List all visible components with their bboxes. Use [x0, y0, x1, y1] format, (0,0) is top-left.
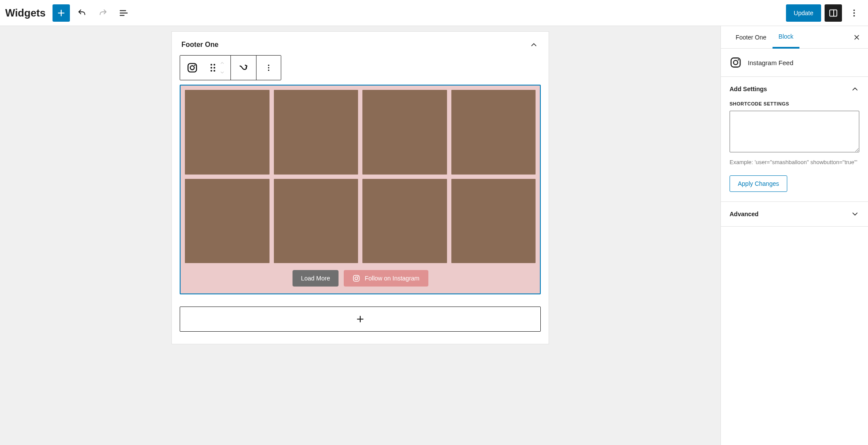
add-block-button[interactable] — [53, 4, 70, 22]
apply-changes-button[interactable]: Apply Changes — [730, 175, 787, 192]
options-button[interactable] — [845, 4, 863, 22]
chevron-down-icon — [220, 70, 225, 75]
settings-sidebar: Footer One Block Instagram Feed Add Sett… — [720, 26, 868, 445]
chevron-up-icon — [851, 85, 859, 93]
add-block-appender[interactable] — [180, 307, 541, 332]
block-options-button[interactable] — [256, 56, 281, 80]
block-name-label: Instagram Feed — [748, 59, 793, 66]
close-icon — [853, 33, 861, 41]
redo-icon — [98, 8, 108, 18]
instagram-icon — [187, 62, 198, 73]
close-sidebar-button[interactable] — [849, 30, 865, 45]
follow-button[interactable]: Follow on Instagram — [344, 270, 428, 287]
more-vertical-icon — [849, 8, 859, 18]
chevron-up-icon — [220, 60, 225, 66]
panel-add-settings-toggle[interactable]: Add Settings — [721, 77, 868, 101]
move-curve-icon — [238, 63, 249, 73]
shortcode-example-hint: Example: 'user="smashballoon" showbutton… — [730, 158, 859, 167]
chevron-up-icon — [529, 40, 538, 49]
feed-image[interactable] — [274, 90, 358, 175]
settings-panel-toggle[interactable] — [825, 4, 842, 22]
feed-image[interactable] — [451, 179, 536, 264]
update-button[interactable]: Update — [786, 4, 821, 22]
shortcode-settings-label: SHORTCODE SETTINGS — [730, 101, 859, 106]
redo-button[interactable] — [94, 4, 112, 22]
more-vertical-icon — [264, 63, 273, 72]
move-to-area-button[interactable] — [231, 56, 256, 80]
plus-icon — [355, 314, 365, 324]
tab-block[interactable]: Block — [773, 26, 799, 49]
feed-image[interactable] — [362, 179, 447, 264]
undo-icon — [77, 8, 87, 18]
feed-image[interactable] — [185, 179, 270, 264]
drag-handle-icon — [210, 64, 215, 72]
block-toolbar — [180, 55, 281, 80]
list-view-button[interactable] — [115, 4, 132, 22]
widget-area-title: Footer One — [181, 41, 218, 49]
instagram-icon — [730, 56, 742, 69]
instagram-icon — [352, 274, 360, 282]
chevron-down-icon — [851, 210, 859, 218]
panel-title: Advanced — [730, 211, 759, 218]
feed-image[interactable] — [362, 90, 447, 175]
tab-widget-area[interactable]: Footer One — [730, 27, 773, 48]
page-title: Widgets — [5, 7, 46, 19]
block-mover[interactable] — [204, 56, 230, 80]
list-view-icon — [119, 8, 128, 18]
undo-button[interactable] — [73, 4, 91, 22]
collapse-area-toggle[interactable] — [529, 40, 539, 50]
load-more-button[interactable]: Load More — [293, 270, 339, 287]
panel-advanced-toggle[interactable]: Advanced — [721, 202, 868, 226]
panel-columns-icon — [829, 8, 838, 18]
plus-icon — [56, 8, 66, 18]
feed-image[interactable] — [274, 179, 358, 264]
block-type-button[interactable] — [180, 56, 204, 80]
shortcode-settings-input[interactable] — [730, 111, 859, 152]
panel-title: Add Settings — [730, 86, 767, 92]
instagram-feed-block[interactable]: Load More Follow on Instagram — [180, 85, 541, 294]
follow-button-label: Follow on Instagram — [365, 275, 419, 282]
feed-image[interactable] — [185, 90, 270, 175]
feed-image[interactable] — [451, 90, 536, 175]
